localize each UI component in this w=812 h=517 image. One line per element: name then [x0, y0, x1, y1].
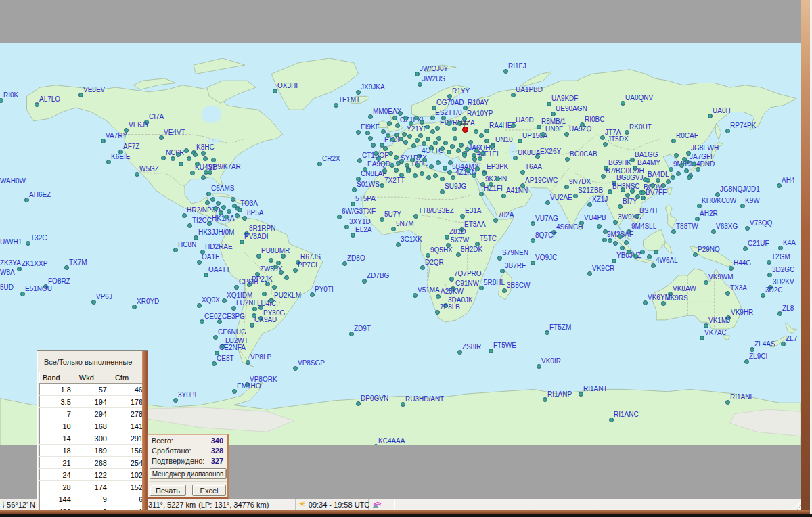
station-dot[interactable] [388, 151, 393, 156]
station-dot[interactable] [479, 133, 484, 138]
station-dot[interactable] [603, 229, 608, 234]
station-marker[interactable] [541, 132, 545, 137]
station-marker[interactable] [413, 214, 418, 219]
station-dot[interactable] [671, 175, 675, 180]
station-marker[interactable] [449, 277, 454, 282]
station-marker[interactable] [704, 280, 708, 285]
table-row[interactable]: 18189156 [40, 445, 148, 457]
station-dot[interactable] [235, 213, 240, 218]
station-dot[interactable] [409, 121, 413, 126]
station-marker[interactable] [447, 170, 452, 175]
station-marker[interactable] [503, 69, 508, 74]
station-marker[interactable] [781, 342, 786, 346]
station-marker[interactable] [743, 246, 748, 251]
station-marker[interactable] [600, 135, 605, 140]
station-marker[interactable] [641, 196, 646, 200]
station-marker[interactable] [579, 392, 583, 397]
station-dot[interactable] [187, 156, 191, 161]
station-marker[interactable] [197, 303, 202, 308]
station-dot[interactable] [368, 136, 373, 141]
station-dot[interactable] [618, 234, 623, 239]
station-dot[interactable] [179, 162, 183, 166]
station-marker[interactable] [695, 217, 700, 221]
station-marker[interactable] [240, 240, 244, 244]
station-marker[interactable] [256, 254, 261, 258]
station-dot[interactable] [394, 133, 399, 137]
station-marker[interactable] [564, 185, 569, 189]
station-dot[interactable] [495, 177, 500, 181]
station-dot[interactable] [597, 224, 602, 229]
station-dot[interactable] [224, 215, 229, 219]
station-marker[interactable] [252, 307, 257, 311]
station-dot[interactable] [382, 168, 387, 173]
station-marker[interactable] [182, 213, 187, 218]
station-marker[interactable] [777, 183, 782, 188]
station-dot[interactable] [448, 160, 453, 165]
filter-selector[interactable]: Все/Только выполненные [38, 351, 148, 372]
station-dot[interactable] [411, 143, 416, 148]
station-marker[interactable] [26, 241, 30, 246]
station-dot[interactable] [433, 141, 438, 145]
station-marker[interactable] [579, 221, 584, 225]
station-dot[interactable] [466, 168, 470, 173]
station-dot[interactable] [413, 173, 418, 178]
station-marker[interactable] [745, 226, 750, 231]
station-dot[interactable] [399, 173, 404, 177]
station-dot[interactable] [635, 194, 640, 199]
station-marker[interactable] [587, 202, 592, 207]
station-marker[interactable] [418, 82, 422, 87]
station-marker[interactable] [132, 305, 137, 309]
station-marker[interactable] [368, 114, 373, 119]
station-marker[interactable] [608, 189, 612, 194]
station-dot[interactable] [482, 171, 487, 176]
station-marker[interactable] [625, 130, 629, 135]
station-marker[interactable] [671, 139, 676, 143]
station-marker[interactable] [457, 350, 462, 355]
station-dot[interactable] [684, 168, 689, 173]
station-marker[interactable] [200, 319, 204, 324]
station-marker[interactable] [64, 265, 69, 270]
station-dot[interactable] [474, 129, 478, 134]
station-marker[interactable] [621, 101, 625, 106]
station-marker[interactable] [362, 279, 367, 284]
station-marker[interactable] [447, 94, 452, 99]
station-dot[interactable] [478, 156, 482, 161]
station-marker[interactable] [513, 156, 518, 160]
station-marker[interactable] [212, 361, 217, 366]
station-marker[interactable] [500, 269, 505, 273]
station-marker[interactable] [651, 263, 656, 268]
station-dot[interactable] [415, 138, 420, 143]
station-marker[interactable] [222, 298, 227, 303]
station-marker[interactable] [565, 157, 570, 162]
station-dot[interactable] [452, 127, 457, 131]
station-marker[interactable] [190, 171, 195, 175]
station-marker[interactable] [435, 310, 440, 315]
station-marker[interactable] [618, 204, 623, 209]
station-marker[interactable] [704, 323, 708, 328]
station-marker[interactable] [337, 215, 342, 219]
station-marker[interactable] [293, 268, 298, 273]
station-marker[interactable] [537, 125, 541, 129]
station-dot[interactable] [687, 175, 692, 180]
station-dot[interactable] [420, 120, 424, 125]
station-marker[interactable] [78, 93, 83, 97]
station-marker[interactable] [250, 323, 254, 328]
station-marker[interactable] [460, 214, 465, 219]
station-marker[interactable] [744, 359, 749, 364]
station-marker[interactable] [273, 89, 277, 93]
station-marker[interactable] [310, 292, 315, 297]
station-dot[interactable] [440, 146, 445, 151]
station-marker[interactable] [708, 114, 713, 118]
station-marker[interactable] [725, 400, 730, 405]
station-marker[interactable] [761, 293, 765, 298]
station-marker[interactable] [20, 292, 25, 296]
station-marker[interactable] [643, 300, 648, 305]
table-row[interactable]: 28174152 [40, 481, 148, 493]
station-dot[interactable] [490, 144, 495, 149]
station-marker[interactable] [351, 202, 355, 206]
station-dot[interactable] [679, 163, 684, 168]
home-qth-marker[interactable] [462, 127, 468, 133]
station-marker[interactable] [472, 157, 477, 162]
station-marker[interactable] [545, 330, 549, 335]
station-marker[interactable] [511, 123, 516, 128]
